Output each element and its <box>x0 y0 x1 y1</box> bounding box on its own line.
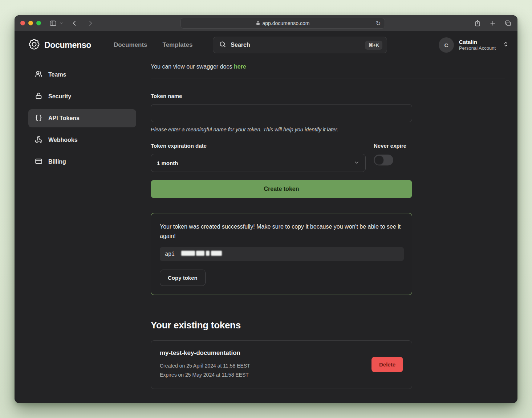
braces-icon <box>35 114 42 123</box>
token-expiration-value: 1 month <box>157 160 178 166</box>
users-icon <box>35 70 42 79</box>
token-card-expires: Expires on 25 May 2024 at 11:58 EEST <box>160 370 250 380</box>
share-icon[interactable] <box>474 20 481 27</box>
sidebar-item-label: Security <box>48 93 71 100</box>
divider <box>151 78 505 78</box>
url-text: app.documenso.com <box>263 20 310 26</box>
lock-icon <box>256 21 260 25</box>
traffic-lights <box>20 21 41 25</box>
search-placeholder: Search <box>231 42 250 48</box>
token-name-label: Token name <box>151 93 505 99</box>
sidebar-item-api-tokens[interactable]: API Tokens <box>28 109 136 127</box>
copy-token-button[interactable]: Copy token <box>160 270 206 286</box>
swagger-docs-line: You can view our swagger docs here <box>151 63 505 70</box>
account-menu[interactable]: C Catalin Personal Account <box>439 37 509 53</box>
app-header: Documenso Documents Templates Search ⌘+K… <box>15 31 517 59</box>
chevrons-up-down-icon <box>503 41 509 49</box>
nav-documents[interactable]: Documents <box>114 41 147 49</box>
token-name-input[interactable] <box>151 104 412 122</box>
token-card-name: my-test-key-documentation <box>160 349 250 357</box>
reload-icon[interactable]: ↻ <box>376 20 381 26</box>
close-window-button[interactable] <box>20 21 25 25</box>
toggle-knob <box>375 156 383 164</box>
account-name: Catalin <box>459 39 496 46</box>
sidebar-item-label: API Tokens <box>48 115 80 122</box>
credit-card-icon <box>35 157 42 167</box>
token-card-created: Created on 25 April 2024 at 11:58 EEST <box>160 361 250 370</box>
search-icon <box>219 41 226 49</box>
sidebar-item-teams[interactable]: Teams <box>28 66 136 84</box>
create-token-button[interactable]: Create token <box>151 180 412 198</box>
swagger-docs-link[interactable]: here <box>234 63 246 70</box>
browser-toolbar: app.documenso.com ↻ <box>15 15 517 31</box>
sidebar-item-security[interactable]: Security <box>28 87 136 106</box>
delete-token-button[interactable]: Delete <box>371 357 403 372</box>
token-prefix: api_ <box>165 251 178 257</box>
sidebar-item-billing[interactable]: Billing <box>28 153 136 171</box>
search-shortcut-badge: ⌘+K <box>365 41 382 50</box>
lock-icon <box>35 92 42 101</box>
brand-name: Documenso <box>44 40 91 50</box>
browser-window: app.documenso.com ↻ Documenso <box>15 15 517 403</box>
minimize-window-button[interactable] <box>28 21 33 25</box>
existing-tokens-heading: Your existing tokens <box>151 320 505 331</box>
sidebar-item-webhooks[interactable]: Webhooks <box>28 131 136 149</box>
documenso-logo-icon <box>28 38 40 52</box>
tab-overview-icon[interactable] <box>504 20 512 27</box>
sidebar-item-label: Teams <box>48 71 66 78</box>
brand[interactable]: Documenso <box>28 38 91 52</box>
nav-templates[interactable]: Templates <box>163 41 193 49</box>
token-card: my-test-key-documentation Created on 25 … <box>151 340 412 389</box>
token-expiration-select[interactable]: 1 month <box>151 154 366 172</box>
address-bar[interactable]: app.documenso.com ↻ <box>180 18 385 29</box>
search-input[interactable]: Search ⌘+K <box>213 37 387 53</box>
token-redacted-blocks <box>181 251 222 257</box>
sidebar-item-label: Billing <box>48 159 66 165</box>
chevron-down-icon <box>354 160 360 167</box>
webhook-icon <box>35 136 42 145</box>
zoom-window-button[interactable] <box>36 21 41 25</box>
never-expire-label: Never expire <box>374 143 412 149</box>
main-nav: Documents Templates <box>114 41 192 49</box>
token-created-message: Your token was created successfully! Mak… <box>160 222 403 241</box>
token-value-field[interactable]: api_ <box>160 247 404 261</box>
sidebar-toggle-icon[interactable] <box>49 19 57 27</box>
token-expiration-label: Token expiration date <box>151 143 366 149</box>
forward-icon[interactable] <box>87 20 94 27</box>
account-type: Personal Account <box>459 45 496 51</box>
never-expire-toggle[interactable] <box>374 155 393 165</box>
token-created-alert: Your token was created successfully! Mak… <box>151 213 412 295</box>
token-name-helper: Please enter a meaningful name for your … <box>151 127 505 132</box>
swagger-text: You can view our swagger docs <box>151 63 232 70</box>
divider <box>151 310 505 310</box>
sidebar-item-label: Webhooks <box>48 137 78 143</box>
api-tokens-panel: You can view our swagger docs here Token… <box>136 59 517 403</box>
avatar: C <box>439 37 454 53</box>
new-tab-icon[interactable] <box>489 20 496 27</box>
back-icon[interactable] <box>71 20 78 27</box>
sidebar-options-chevron-icon[interactable] <box>59 21 64 25</box>
settings-sidebar: Teams Security API Tokens Webhooks <box>15 59 136 403</box>
